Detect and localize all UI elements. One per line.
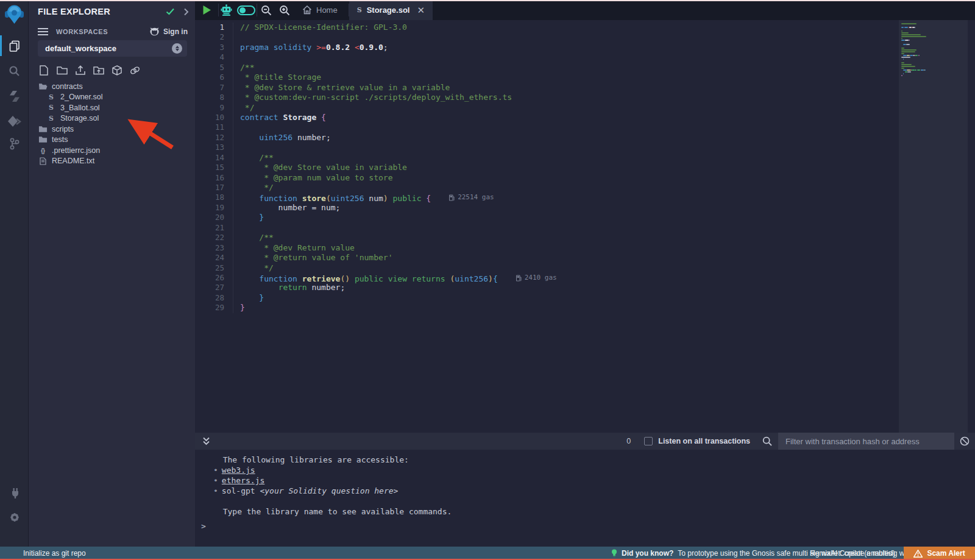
copilot-controls (219, 0, 257, 20)
link-icon[interactable] (129, 65, 141, 76)
plugin-manager-icon[interactable] (0, 483, 29, 503)
home-icon (302, 5, 312, 15)
workspace-select[interactable]: default_workspace (38, 40, 187, 57)
tip-body: To prototype using the Gnosis safe multi… (678, 549, 936, 558)
sol-icon: S (46, 93, 56, 101)
code-line[interactable]: 20 } (195, 213, 975, 222)
scam-alert-button[interactable]: Scam Alert (904, 547, 975, 560)
git-init-status[interactable]: Initialize as git repo (23, 549, 86, 558)
line-number: 19 (195, 203, 233, 213)
code-line[interactable]: 23 * @dev Return value (195, 243, 975, 253)
sign-in-button[interactable]: Sign in (149, 27, 188, 36)
tree-item-tests[interactable]: tests (29, 135, 195, 146)
zoom-out-icon[interactable] (257, 0, 275, 20)
clear-filter-icon[interactable] (954, 436, 975, 446)
deploy-and-run-icon[interactable] (0, 112, 29, 132)
code-line[interactable]: 13 (195, 143, 975, 152)
tree-item-readme-txt[interactable]: README.txt (29, 156, 195, 167)
code-line[interactable]: 8 * @custom:dev-run-script ./scripts/dep… (195, 93, 975, 102)
home-tab-label: Home (316, 5, 338, 15)
line-content: return number; (233, 283, 345, 292)
code-line[interactable]: 9 */ (195, 103, 975, 113)
tree-item-contracts[interactable]: contracts (29, 81, 195, 92)
line-content: * @param num value to store (233, 173, 392, 183)
chevron-right-icon[interactable] (183, 8, 189, 16)
code-line[interactable]: 11 (195, 122, 975, 132)
line-content (233, 143, 240, 152)
close-tab-icon[interactable]: ✕ (417, 5, 425, 16)
new-folder-icon[interactable] (56, 65, 68, 76)
code-line[interactable]: 12 uint256 number; (195, 133, 975, 143)
code-line[interactable]: 26 function retrieve() public view retur… (195, 273, 975, 283)
terminal-search-icon[interactable] (762, 436, 772, 446)
workspaces-menu-icon[interactable] (38, 28, 48, 35)
tree-item-storage-sol[interactable]: SStorage.sol (29, 113, 195, 124)
run-script-button[interactable] (195, 0, 218, 20)
minimap[interactable] (899, 20, 968, 433)
terminal-collapse-icon[interactable] (202, 437, 210, 445)
tree-item-scripts[interactable]: scripts (29, 124, 195, 135)
code-line[interactable]: 10contract Storage { (195, 113, 975, 122)
copilot-toggle[interactable] (237, 5, 255, 15)
settings-gear-icon[interactable] (0, 508, 29, 527)
copilot-status[interactable]: RemixAI Copilot (enabled) (810, 549, 895, 558)
library-link[interactable]: web3.js (222, 466, 255, 475)
code-line[interactable]: 4 (195, 52, 975, 62)
code-line[interactable]: 24 * @return value of 'number' (195, 253, 975, 263)
search-icon[interactable] (0, 61, 29, 80)
code-editor[interactable]: 1// SPDX-License-Identifier: GPL-3.023pr… (195, 20, 975, 433)
code-line[interactable]: 28 } (195, 293, 975, 303)
remix-logo[interactable] (4, 4, 24, 24)
tree-item--prettierrc-json[interactable]: { }.prettierrc.json (29, 145, 195, 156)
line-content: * @return value of 'number' (233, 253, 392, 263)
check-icon[interactable] (166, 8, 175, 15)
line-number: 3 (195, 43, 233, 52)
library-link[interactable]: ethers.js (222, 476, 264, 485)
zoom-in-icon[interactable] (275, 0, 294, 20)
code-line[interactable]: 14 /** (195, 153, 975, 163)
code-line[interactable]: 1// SPDX-License-Identifier: GPL-3.0 (195, 23, 975, 32)
upload-folder-icon[interactable] (93, 65, 104, 76)
code-line[interactable]: 29} (195, 303, 975, 313)
code-line[interactable]: 7 * @dev Store & retrieve value in a var… (195, 83, 975, 93)
code-line[interactable]: 16 * @param num value to store (195, 173, 975, 183)
solidity-compiler-icon[interactable] (0, 87, 29, 106)
line-number: 22 (195, 233, 233, 243)
icon-rail (0, 0, 29, 547)
code-line[interactable]: 17 */ (195, 183, 975, 193)
line-number: 4 (195, 52, 233, 62)
line-number: 21 (195, 223, 233, 233)
cube-icon[interactable] (111, 65, 122, 76)
new-file-icon[interactable] (38, 65, 49, 76)
line-content: * @dev Return value (233, 243, 355, 253)
copilot-robot-icon[interactable] (221, 4, 232, 16)
code-line[interactable]: 21 (195, 223, 975, 233)
code-line[interactable]: 15 * @dev Store value in variable (195, 163, 975, 172)
lightbulb-icon (611, 549, 617, 558)
code-line[interactable]: 19 number = num; (195, 203, 975, 213)
code-line[interactable]: 18 function store(uint256 num) public {2… (195, 193, 975, 202)
file-explorer-icon[interactable] (0, 36, 29, 55)
code-line[interactable]: 25 */ (195, 263, 975, 273)
listen-checkbox[interactable] (644, 437, 653, 445)
terminal-prompt[interactable]: > (201, 522, 206, 531)
code-line[interactable]: 22 /** (195, 233, 975, 243)
tab-storage-sol[interactable]: S Storage.sol ✕ (349, 0, 433, 20)
code-line[interactable]: 5/** (195, 63, 975, 73)
tree-item-2-owner-sol[interactable]: S2_Owner.sol (29, 92, 195, 103)
tab-home[interactable]: Home (294, 0, 349, 20)
code-line[interactable]: 2 (195, 32, 975, 42)
git-icon[interactable] (0, 134, 29, 154)
solidity-file-icon: S (357, 6, 362, 14)
line-number: 9 (195, 103, 233, 113)
code-line[interactable]: 3pragma solidity >=0.8.2 <0.9.0; (195, 43, 975, 52)
main-area: Home S Storage.sol ✕ 1// SPDX-License-Id… (195, 0, 975, 547)
code-line[interactable]: 6 * @title Storage (195, 73, 975, 82)
tree-item-3-ballot-sol[interactable]: S3_Ballot.sol (29, 102, 195, 113)
code-line[interactable]: 27 return number; (195, 283, 975, 292)
upload-file-icon[interactable] (74, 65, 86, 76)
listen-all-transactions[interactable]: Listen on all transactions (644, 437, 750, 445)
line-number: 11 (195, 122, 233, 132)
terminal-output[interactable]: • The following libraries are accessible… (195, 450, 975, 547)
transaction-filter-input[interactable] (778, 433, 954, 450)
